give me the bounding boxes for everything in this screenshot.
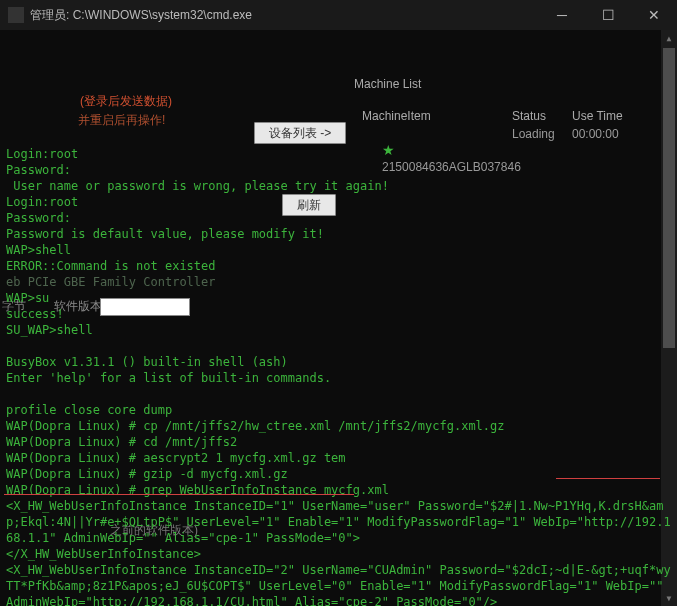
line: Password: [6,211,71,225]
minimize-button[interactable]: ─ [539,0,585,30]
line: Login:root [6,195,78,209]
line: success! [6,307,64,321]
terminal-area[interactable]: (登录后发送数据) 并重启后再操作! 设备列表 -> 刷新 Machine Li… [0,30,677,606]
line: ERROR::Command is not existed [6,259,216,273]
bg-machine-list-header: Machine List [354,76,421,92]
close-button[interactable]: ✕ [631,0,677,30]
bg-col-status: Status [512,108,546,124]
line: profile close core dump [6,403,172,417]
bg-col-usetime: Use Time [572,108,623,124]
line: <X_HW_WebUserInfoInstance InstanceID="1"… [6,499,671,545]
window-title: 管理员: C:\WINDOWS\system32\cmd.exe [30,7,539,24]
cmd-icon [8,7,24,23]
line: Enter 'help' for a list of built-in comm… [6,371,331,385]
red-underline-2 [556,478,660,479]
bg-device-list-button: 设备列表 -> [254,122,346,144]
line: SU_WAP>shell [6,323,93,337]
line: WAP>su [6,291,49,305]
maximize-button[interactable]: ☐ [585,0,631,30]
line: WAP(Dopra Linux) # aescrypt2 1 mycfg.xml… [6,451,346,465]
line: BusyBox v1.31.1 () built-in shell (ash) [6,355,288,369]
line: eb PCIe GBE Family Controller [6,275,216,289]
line: WAP(Dopra Linux) # cp /mnt/jffs2/hw_ctre… [6,419,505,433]
line: </X_HW_WebUserInfoInstance> [6,547,201,561]
bg-row-time: 00:00:00 [572,126,619,142]
bg-hint-reboot: 并重启后再操作! [78,112,165,128]
line: Password is default value, please modify… [6,227,324,241]
line: WAP(Dopra Linux) # gzip -d mycfg.xml.gz [6,467,288,481]
line: WAP(Dopra Linux) # cd /mnt/jffs2 [6,435,237,449]
line: <X_HW_WebUserInfoInstance InstanceID="2"… [6,563,677,606]
line: Password: [6,163,71,177]
bg-col-machine: MachineItem [362,108,431,124]
bg-row-status: Loading [512,126,555,142]
scroll-up-arrow-icon[interactable]: ▲ [661,30,677,46]
bg-hint-login: (登录后发送数据) [80,93,172,109]
line: Login:root [6,147,78,161]
terminal-output: Login:root Password: User name or passwo… [6,146,671,606]
line: User name or password is wrong, please t… [6,179,389,193]
window-controls: ─ ☐ ✕ [539,0,677,30]
window-titlebar: 管理员: C:\WINDOWS\system32\cmd.exe ─ ☐ ✕ [0,0,677,30]
line: WAP>shell [6,243,71,257]
red-underline-1 [4,494,354,495]
